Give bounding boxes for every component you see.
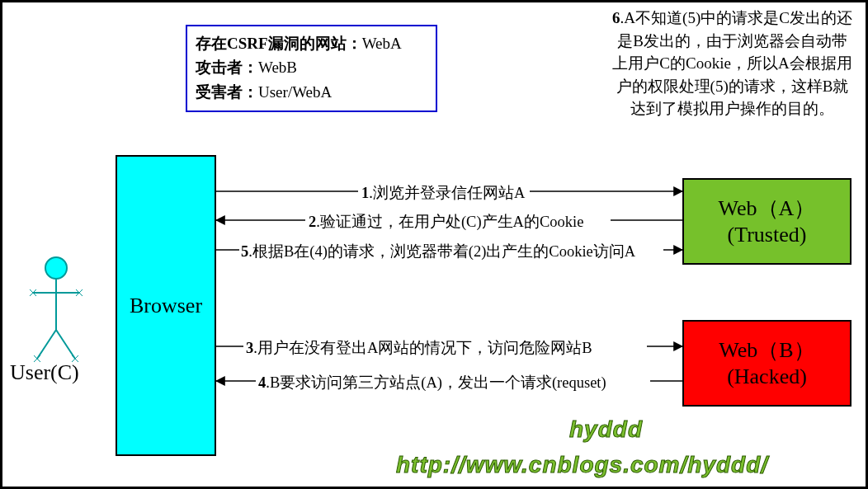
arrow1-label: 1.浏览并登录信任网站A [361, 182, 525, 203]
browser-node: Browser [116, 155, 216, 456]
step-text: .浏览并登录信任网站A [369, 185, 525, 201]
legend-line: 存在CSRF漏洞的网站：WebA [196, 31, 427, 55]
watermark-name: hyddd [569, 416, 643, 443]
arrow4-label: 4.B要求访问第三方站点(A)，发出一个请求(requset) [258, 372, 606, 393]
note6-text: .A不知道(5)中的请求是C发出的还是B发出的，由于浏览器会自动带上用户C的Co… [612, 9, 852, 117]
legend-line: 受害者：User/WebA [196, 80, 427, 104]
step6-note: 6.A不知道(5)中的请求是C发出的还是B发出的，由于浏览器会自动带上用户C的C… [611, 7, 854, 120]
web-a-node: Web（A） (Trusted) [682, 178, 851, 265]
step-num: 4 [258, 374, 266, 391]
legend-key: 存在CSRF漏洞的网站： [196, 35, 362, 52]
web-b-node: Web（B） (Hacked) [682, 320, 851, 407]
legend-line: 攻击者：WebB [196, 55, 427, 79]
arrow2-label: 2.验证通过，在用户处(C)产生A的Cookie [309, 211, 583, 232]
step-num: 3 [246, 340, 253, 356]
legend-box: 存在CSRF漏洞的网站：WebA 攻击者：WebB 受害者：User/WebA [186, 25, 437, 112]
step-num: 5 [241, 243, 248, 260]
step-num: 2 [309, 214, 316, 230]
legend-val: WebB [258, 59, 297, 76]
legend-key: 攻击者： [196, 59, 258, 76]
web-b-title: Web（B） [719, 337, 814, 363]
browser-label: Browser [130, 294, 202, 318]
step-text: .验证通过，在用户处(C)产生A的Cookie [316, 214, 583, 230]
step-text: .B要求访问第三方站点(A)，发出一个请求(requset) [266, 374, 606, 391]
step-text: .用户在没有登出A网站的情况下，访问危险网站B [253, 340, 592, 356]
step-num: 1 [361, 185, 369, 201]
web-a-subtitle: (Trusted) [728, 222, 807, 247]
step-text: .根据B在(4)的请求，浏览器带着(2)出产生的Cookie访问A [248, 243, 635, 260]
arrow3-label: 3.用户在没有登出A网站的情况下，访问危险网站B [246, 337, 592, 358]
watermark-url: http://www.cnblogs.com/hyddd/ [396, 452, 768, 478]
user-label: User(C) [10, 360, 79, 385]
arrow5-label: 5.根据B在(4)的请求，浏览器带着(2)出产生的Cookie访问A [241, 241, 635, 261]
legend-val: WebA [362, 35, 402, 52]
legend-val: User/WebA [258, 83, 332, 101]
web-b-subtitle: (Hacked) [727, 364, 807, 389]
web-a-title: Web（A） [719, 195, 816, 221]
legend-key: 受害者： [196, 83, 258, 101]
